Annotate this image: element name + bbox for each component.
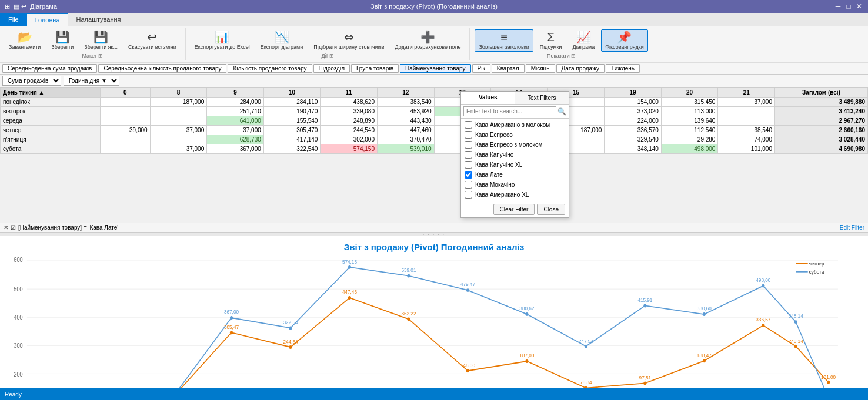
filter-pill-qty[interactable]: Кількість проданого товару [228, 64, 312, 73]
checkbox-espresso-milk[interactable] [465, 141, 472, 149]
filter-pill-division[interactable]: Підрозділ [313, 64, 350, 73]
tab-text-filters[interactable]: Text Filters [515, 92, 569, 104]
export-excel-button[interactable]: 📊 Експортувати до Excel [191, 29, 254, 52]
save-as-icon: 💾 [94, 31, 108, 43]
checkbox-cappuccino-xl[interactable] [465, 161, 472, 169]
col-header-8[interactable]: 8 [150, 88, 207, 98]
load-button[interactable]: 📂 Завантажити [5, 29, 45, 52]
dropdown-item-espresso[interactable]: Кава Еспресо [461, 130, 569, 140]
col-header-total[interactable]: Загалом (всі) [775, 88, 868, 98]
remove-filter-button[interactable]: ✕ [4, 224, 8, 231]
dropdown-actions: Clear Filter Close [461, 201, 569, 217]
filter-pill-week[interactable]: Тиждень [606, 64, 640, 73]
tab-settings[interactable]: Налаштування [68, 13, 129, 26]
filter-pill-avg-qty[interactable]: Середньоденна кількість проданого товару [98, 64, 226, 73]
totals-button[interactable]: Σ Підсумки [536, 29, 566, 52]
tab-home[interactable]: Головна [27, 13, 68, 26]
search-input[interactable] [463, 106, 556, 116]
col-header-9[interactable]: 9 [207, 88, 264, 98]
svg-point-69 [466, 288, 469, 292]
edit-filter-button[interactable]: Edit Filter [840, 224, 864, 231]
ribbon-group-show-items: ≡ Збільшені заголовки Σ Підсумки 📈 Діагр… [475, 29, 647, 52]
dropdown-item-cappuccino-xl[interactable]: Кава Капучіно XL [461, 160, 569, 170]
col-header-11[interactable]: 11 [321, 88, 378, 98]
filter-pill-avg-sum[interactable]: Середньоденна сума продажів [2, 64, 97, 73]
pivot-config-row: Сума продажів Година дня ▼ [0, 75, 868, 88]
status-bar: Ready [0, 388, 868, 400]
table-row: середа 641,000 155,540 248,890 443,430 1… [1, 116, 868, 126]
checkbox-espresso[interactable] [465, 131, 472, 139]
svg-text:200: 200 [14, 371, 23, 378]
checkbox-mocha[interactable] [465, 181, 472, 189]
fit-columns-button[interactable]: ⇔ Підібрати ширину стовпчиків [309, 29, 388, 52]
filter-text: [Найменування товару] = 'Кава Лате' [18, 224, 118, 231]
tab-values[interactable]: Values [461, 92, 515, 104]
value-field-select[interactable]: Сума продажів [2, 76, 61, 86]
filter-pill-quarter[interactable]: Квартал [492, 64, 525, 73]
filter-pill-month[interactable]: Місяць [526, 64, 555, 73]
checkbox-americano-milk[interactable] [465, 121, 472, 129]
row-wednesday: середа [1, 116, 101, 126]
svg-point-48 [643, 381, 646, 385]
col-header-0[interactable]: 0 [100, 88, 150, 98]
column-field-select[interactable]: Година дня ▼ [64, 76, 119, 86]
svg-text:362,22: 362,22 [401, 310, 416, 317]
filter-checkbox[interactable]: ☑ [11, 224, 16, 231]
col-header-12[interactable]: 12 [377, 88, 434, 98]
col-header-day[interactable]: День тижня ▲ [1, 88, 101, 98]
title-bar-controls[interactable]: ─ □ ✕ [834, 2, 863, 11]
table-row: п'ятниця 628,730 417,140 302,000 370,470… [1, 135, 868, 144]
col-header-20[interactable]: 20 [661, 88, 718, 98]
title-bar: ⊞ ▤ ↩ Діаграма Звіт з продажу (Pivot) (П… [0, 0, 868, 13]
row-friday: п'ятниця [1, 135, 101, 144]
dropdown-item-espresso-milk[interactable]: Кава Еспресо з молоком [461, 140, 569, 150]
dropdown-item-latte[interactable]: Кава Лате [461, 170, 569, 180]
filter-pill-year[interactable]: Рік [472, 64, 490, 73]
checkbox-latte[interactable] [465, 171, 472, 179]
dropdown-item-cappuccino[interactable]: Кава Капучіно [461, 150, 569, 160]
filter-pill-group[interactable]: Група товарів [351, 64, 399, 73]
close-button[interactable]: ✕ [855, 2, 863, 11]
close-filter-button[interactable]: Close [537, 204, 565, 215]
dropdown-list: Кава Американо з молоком Кава Еспресо Ка… [461, 119, 569, 201]
checkbox-americano-xl[interactable] [465, 191, 472, 199]
dropdown-item-mocha[interactable]: Кава Мокачіно [461, 180, 569, 190]
tab-file[interactable]: File [0, 13, 27, 26]
col-header-19[interactable]: 19 [605, 88, 662, 98]
svg-point-81 [794, 320, 797, 324]
status-text: Ready [5, 391, 22, 398]
filter-pill-product[interactable]: Найменування товару [400, 64, 471, 73]
main-area: День тижня ▲ 0 8 9 10 11 12 13 14 15 19 … [0, 88, 868, 400]
chart-button[interactable]: 📈 Діаграма [569, 29, 599, 52]
svg-text:97,51: 97,51 [639, 374, 652, 381]
col-header-10[interactable]: 10 [263, 88, 321, 98]
minimize-button[interactable]: ─ [834, 2, 842, 11]
fixed-rows-button[interactable]: 📌 Фіксовані рядки [601, 29, 648, 52]
col-header-21[interactable]: 21 [718, 88, 775, 98]
svg-point-52 [762, 324, 764, 327]
svg-text:447,46: 447,46 [342, 289, 357, 295]
dropdown-item-americano-xl[interactable]: Кава Американо XL [461, 190, 569, 200]
quick-access: ▤ ↩ [14, 3, 26, 11]
search-icon: 🔍 [557, 107, 566, 116]
save-as-button[interactable]: 💾 Зберегти як... [80, 29, 122, 52]
save-button[interactable]: 💾 Зберегти [47, 29, 78, 52]
cancel-all-button[interactable]: ↩ Скасувати всі зміни [124, 29, 181, 52]
dropdown-item-americano-milk[interactable]: Кава Американо з молоком [461, 120, 569, 130]
clear-filter-button[interactable]: Clear Filter [493, 204, 535, 215]
svg-text:380,62: 380,62 [519, 305, 534, 312]
diagram-label: Діаграма [30, 3, 57, 10]
maximize-button[interactable]: □ [844, 2, 853, 11]
svg-point-36 [289, 345, 292, 349]
export-diagram-button[interactable]: 📉 Експорт діаграми [256, 29, 308, 52]
svg-text:101,00: 101,00 [821, 374, 836, 380]
svg-point-61 [230, 316, 233, 320]
filter-pill-date[interactable]: Дата продажу [556, 64, 605, 73]
svg-point-65 [348, 265, 351, 269]
svg-text:400: 400 [14, 314, 23, 321]
add-field-button[interactable]: ➕ Додати розрахункове поле [391, 29, 465, 52]
large-headers-button[interactable]: ≡ Збільшені заголовки [475, 29, 533, 52]
checkbox-cappuccino[interactable] [465, 151, 472, 159]
svg-text:500: 500 [14, 285, 23, 293]
load-icon: 📂 [18, 31, 32, 43]
